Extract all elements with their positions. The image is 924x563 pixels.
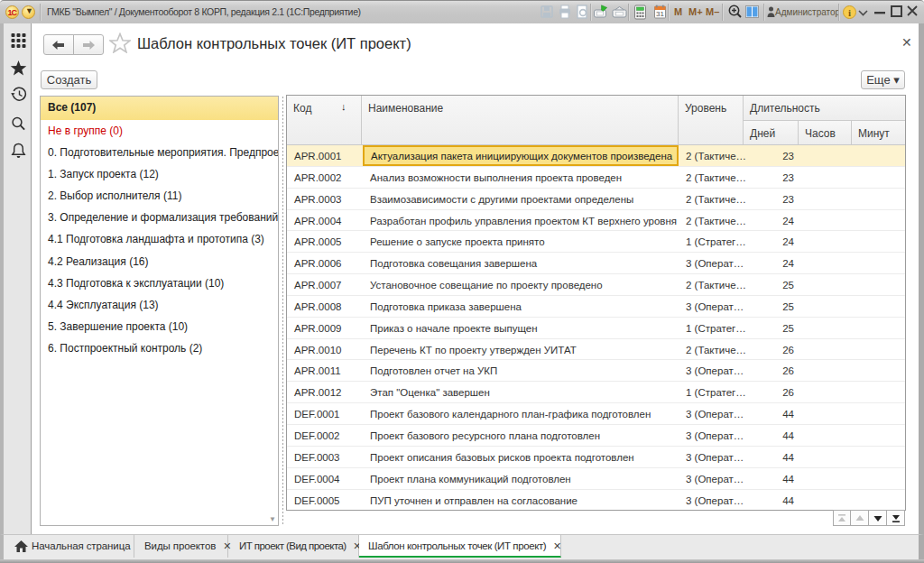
svg-text:31: 31 [656, 10, 664, 18]
svg-text:i: i [848, 7, 851, 18]
